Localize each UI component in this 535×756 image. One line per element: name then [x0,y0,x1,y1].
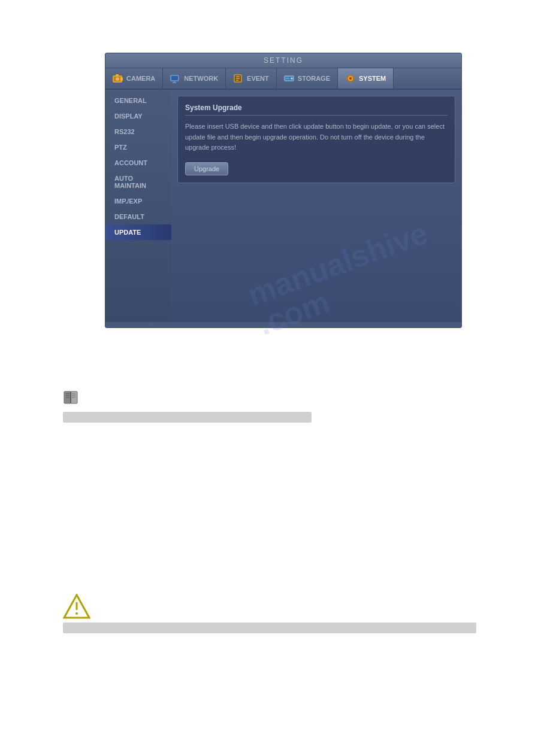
main-panel: SETTING CAMERA NETWO [105,53,462,328]
svg-rect-3 [120,77,123,81]
tab-system-label: SYSTEM [359,75,386,82]
svg-point-2 [116,77,119,81]
panel-title: SETTING [264,56,303,65]
note-icon [63,390,80,405]
tab-network-label: NETWORK [184,75,218,82]
svg-point-15 [349,77,352,80]
content-area: GENERAL DISPLAY RS232 PTZ ACCOUNT AUTO M… [105,90,461,322]
storage-icon [284,74,295,83]
sidebar: GENERAL DISPLAY RS232 PTZ ACCOUNT AUTO M… [105,90,171,322]
sidebar-item-rs232[interactable]: RS232 [105,124,171,139]
tab-bar: CAMERA NETWORK EVENT [105,68,461,90]
system-icon [345,74,356,83]
sidebar-item-default[interactable]: DEFAULT [105,209,171,224]
sidebar-item-imp-exp[interactable]: IMP./EXP [105,193,171,209]
sidebar-item-account[interactable]: ACCOUNT [105,155,171,171]
upgrade-section: System Upgrade Please insert USB device … [177,96,455,183]
tab-event-label: EVENT [247,75,269,82]
svg-point-12 [291,78,292,80]
sidebar-item-display[interactable]: DISPLAY [105,108,171,124]
main-content: System Upgrade Please insert USB device … [171,90,461,322]
title-bar: SETTING [105,53,461,68]
sidebar-item-update[interactable]: UPDATE [105,224,171,240]
svg-rect-1 [116,74,119,77]
tab-system[interactable]: SYSTEM [338,68,394,89]
grey-bar-note [63,412,312,423]
sidebar-item-auto-maintain[interactable]: AUTO MAINTAIN [105,171,171,193]
sidebar-item-general[interactable]: GENERAL [105,93,171,108]
section-text: Please insert USB device and then click … [185,122,448,153]
upgrade-button[interactable]: Upgrade [185,162,228,175]
event-icon [233,74,244,83]
network-icon [170,74,181,83]
svg-point-31 [75,612,78,615]
warning-icon [63,594,90,619]
tab-network[interactable]: NETWORK [163,68,226,89]
tab-camera[interactable]: CAMERA [105,68,163,89]
tab-storage-label: STORAGE [298,75,330,82]
tab-event[interactable]: EVENT [226,68,277,89]
sidebar-item-ptz[interactable]: PTZ [105,139,171,155]
svg-rect-4 [171,75,179,81]
tab-camera-label: CAMERA [126,75,155,82]
camera-icon [113,74,123,83]
grey-bar-warning [63,623,476,633]
tab-storage[interactable]: STORAGE [277,68,338,89]
section-title: System Upgrade [185,104,448,116]
